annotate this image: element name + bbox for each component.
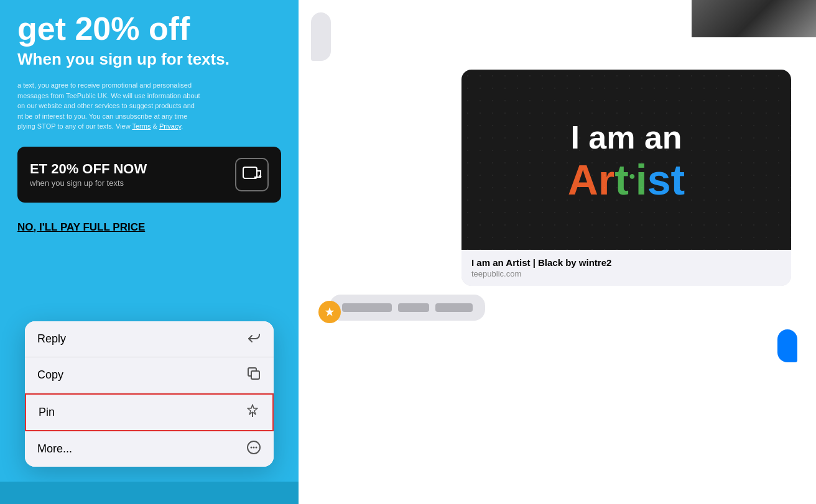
more-icon [246,440,261,458]
link-preview-wrapper: I am an Art●ist I am an Artist | Black b… [461,70,797,286]
more-label: More... [37,442,72,456]
artist-line2: Art●ist [568,158,685,201]
reply-label: Reply [37,332,66,346]
artist-line1: I am an [568,119,685,156]
link-preview-info: I am an Artist | Black by wintre2 teepub… [461,250,791,286]
svg-point-6 [256,447,257,449]
context-menu-pin[interactable]: Pin [25,393,274,431]
copy-icon [246,366,261,384]
bottom-bar [0,482,299,504]
pin-badge [318,301,341,323]
received-message-1 [311,12,331,61]
svg-point-5 [253,447,255,449]
left-panel: get 20% off When you sign up for texts. … [0,0,299,504]
context-menu-reply[interactable]: Reply [25,321,274,357]
link-preview-domain: teepublic.com [471,269,781,278]
right-panel: I am an Art●ist I am an Artist | Black b… [299,0,816,504]
cta-label: ET 20% OFF NOW [30,161,147,177]
context-menu: Reply Copy Pin [25,321,274,467]
svg-rect-1 [251,371,259,379]
cta-sublabel: when you sign up for texts [30,178,147,188]
reply-icon [246,330,261,348]
photo-top-right [692,0,816,37]
promo-title: get 20% off [17,12,281,45]
pin-icon [245,403,260,421]
copy-label: Copy [37,369,63,382]
promo-subtitle: When you sign up for texts. [17,50,281,69]
cta-button[interactable]: ET 20% OFF NOW when you sign up for text… [17,147,281,203]
pin-message-container [330,295,485,321]
context-menu-copy[interactable]: Copy [25,357,274,393]
link-preview-title: I am an Artist | Black by wintre2 [471,257,781,268]
phone-message-icon [235,158,269,191]
sent-message [777,329,797,362]
context-menu-more[interactable]: More... [25,431,274,467]
artist-text: I am an Art●ist [568,119,685,201]
blurred-received-message [330,295,485,321]
promo-terms: a text, you agree to receive promotional… [17,80,281,132]
pin-label: Pin [39,406,55,419]
promo-content: get 20% off When you sign up for texts. … [0,0,299,252]
svg-point-4 [251,447,253,449]
link-preview-image: I am an Art●ist [461,70,791,250]
messages-area: I am an Art●ist I am an Artist | Black b… [311,0,804,362]
no-thanks-button[interactable]: NO, I'LL PAY FULL PRICE [17,215,281,240]
link-preview-card[interactable]: I am an Art●ist I am an Artist | Black b… [461,70,791,286]
